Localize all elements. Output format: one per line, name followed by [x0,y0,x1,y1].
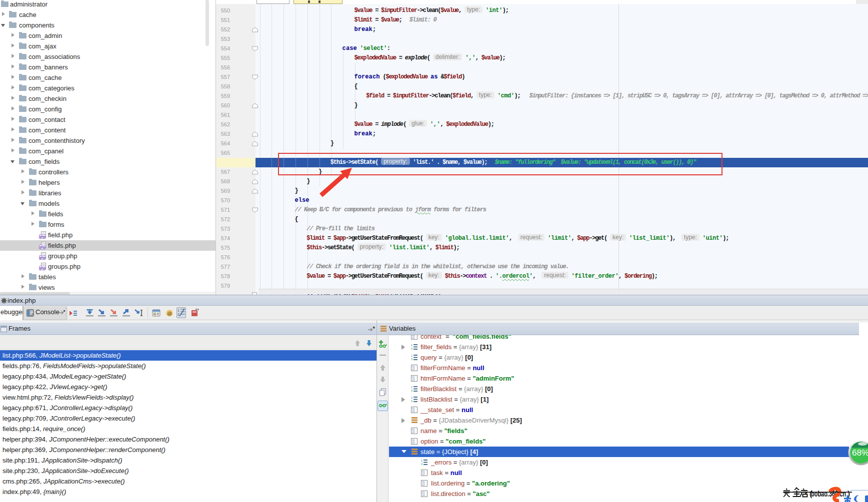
svg-text:10: 10 [412,378,415,381]
svg-text:10: 10 [422,483,425,486]
svg-text:1: 1 [178,309,180,312]
svg-text:3: 3 [411,400,412,403]
svg-text:10: 10 [422,473,425,476]
svg-text:68%: 68% [852,448,868,458]
svg-text:1: 1 [411,354,412,357]
svg-text:10: 10 [422,494,425,497]
svg-text:@: @ [167,311,172,316]
svg-text:10: 10 [412,441,415,444]
svg-text:3: 3 [411,347,412,350]
svg-text:1: 1 [411,396,412,399]
svg-text:1: 1 [411,344,412,347]
svg-text:3: 3 [421,463,422,466]
svg-text:1: 1 [411,386,412,389]
svg-text:2: 2 [178,313,180,316]
svg-text:10: 10 [412,410,415,413]
svg-text:1: 1 [421,459,422,462]
svg-text:10: 10 [412,336,415,339]
svg-text:10: 10 [412,368,415,371]
svg-text:3: 3 [411,358,412,361]
svg-text:3: 3 [411,389,412,392]
svg-text:10: 10 [412,431,415,434]
